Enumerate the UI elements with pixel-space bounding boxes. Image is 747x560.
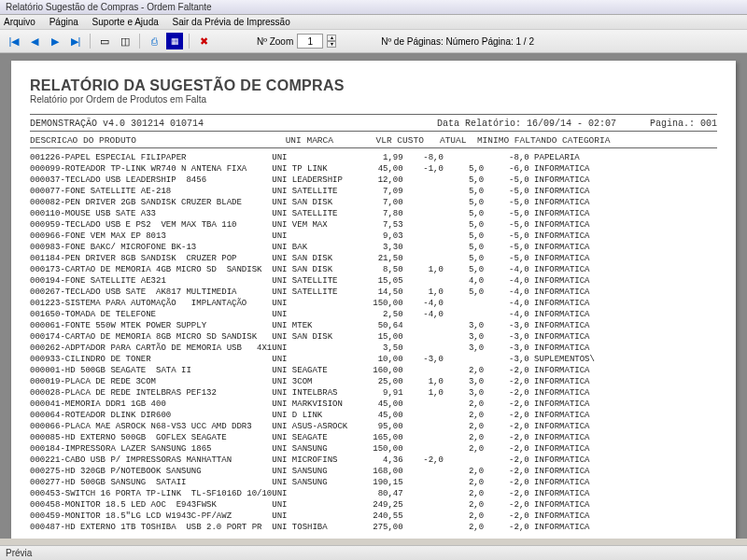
table-row: 000184-IMPRESSORA LAZER SANSUNG 1865 UNI… xyxy=(30,443,717,455)
table-row: 000487-HD EXTERNO 1TB TOSHIBA USB 2.0 PO… xyxy=(30,522,717,533)
table-row: 000275-HD 320GB P/NOTEBOOK SANSUNG UNI S… xyxy=(30,466,717,477)
report-page: RELATÓRIO DA SUGESTÃO DE COMPRAS Relatór… xyxy=(11,61,736,539)
next-page-button[interactable]: ▶ xyxy=(47,33,63,49)
table-row: 001650-TOMADA DE TELEFONE UNI 2,50 -4,0 … xyxy=(30,309,717,320)
print-icon[interactable]: ⎙ xyxy=(146,33,162,49)
toolbar: |◀ ◀ ▶ ▶| ▭ ◫ ⎙ ▦ ✖ Nº Zoom ▴▾ Nº de Pág… xyxy=(0,30,747,53)
table-row: 000019-PLACA DE REDE 3COM UNI 3COM 25,00… xyxy=(30,376,717,387)
menu-pagina[interactable]: Página xyxy=(49,17,78,27)
table-row: 000173-CARTAO DE MEMORIA 4GB MICRO SD SA… xyxy=(30,264,717,275)
table-row: 001184-PEN DRIVER 8GB SANDISK CRUZER POP… xyxy=(30,253,717,264)
table-row: 000041-MEMORIA DDR1 1GB 400 UNI MARKVISI… xyxy=(30,399,717,410)
preview-viewer: RELATÓRIO DA SUGESTÃO DE COMPRAS Relatór… xyxy=(0,53,747,539)
table-row: 001223-SISTEMA PARA AUTOMAÇÃO IMPLANTAÇÃ… xyxy=(30,298,717,309)
table-row: 000959-TECLADO USB E PS2 VEM MAX TBA 110… xyxy=(30,219,717,231)
divider xyxy=(30,147,717,148)
page-label: Pagina.: 001 xyxy=(650,119,717,129)
status-text: Prévia xyxy=(6,548,32,558)
report-body: 001226-PAPEL ESPECIAL FILIPAPER UNI 1,99… xyxy=(30,152,717,533)
table-row: 000194-FONE SATELLITE AE321 UNI SATELLIT… xyxy=(30,275,717,287)
demo-text: DEMONSTRAÇÃO v4.0 301214 010714 xyxy=(30,119,204,129)
report-subtitle: Relatório por Ordem de Produtos em Falta xyxy=(30,94,717,105)
grid-icon[interactable]: ▦ xyxy=(166,33,183,49)
table-row: 000064-ROTEADOR DLINK DIR600 UNI D LINK … xyxy=(30,410,717,421)
close-icon[interactable]: ✖ xyxy=(195,33,212,49)
table-row: 000066-PLACA MAE ASROCK N68-VS3 UCC AMD … xyxy=(30,421,717,432)
menu-sair[interactable]: Sair da Prévia de Impressão xyxy=(173,17,290,27)
table-row: 000037-TECLADO USB LEADERSHIP 8456 UNI L… xyxy=(30,175,717,186)
divider xyxy=(30,131,717,132)
table-row: 000983-FONE BAKC/ MICROFONE BK-13 UNI BA… xyxy=(30,242,717,253)
separator xyxy=(189,34,190,49)
table-row: 000966-FONE VEM MAX EP 8013 UNI 9,03 5,0… xyxy=(30,231,717,242)
menu-suporte[interactable]: Suporte e Ajuda xyxy=(92,17,159,27)
header-right: Data Relatório: 16/09/14 - 02:07 Pagina.… xyxy=(437,119,717,129)
table-row: 000061-FONTE 550W MTEK POWER SUPPLY UNI … xyxy=(30,320,717,331)
table-row: 000082-PEN DRIVER 2GB SANDISK CRUZER BLA… xyxy=(30,197,717,208)
table-row: 000221-CABO USB P/ IMPRESSORAS MANHATTAN… xyxy=(30,455,717,466)
table-row: 000933-CILINDRO DE TONER UNI 10,00 -3,0 … xyxy=(30,354,717,365)
zoom-label: Nº Zoom xyxy=(257,36,293,47)
statusbar: Prévia xyxy=(0,545,747,560)
table-row: 000028-PLACA DE REDE INTELBRAS PEF132 UN… xyxy=(30,387,717,399)
table-row: 000262-ADPTADOR PARA CARTÃO DE MEMORIA U… xyxy=(30,343,717,354)
table-row: 001226-PAPEL ESPECIAL FILIPAPER UNI 1,99… xyxy=(30,152,717,163)
table-row: 000267-TECLADO USB SATE AK817 MULTIMEDIA… xyxy=(30,287,717,298)
divider xyxy=(30,114,717,115)
first-page-button[interactable]: |◀ xyxy=(6,33,22,49)
column-headers: DESCRICAO DO PRODUTO UNI MARCA VLR CUSTO… xyxy=(30,135,717,146)
menu-arquivo[interactable]: Arquivo xyxy=(4,17,35,27)
menubar: Arquivo Página Suporte e Ajuda Sair da P… xyxy=(0,15,747,30)
table-row: 000110-MOUSE USB SATE A33 UNI SATELLITE … xyxy=(30,208,717,219)
table-row: 000459-MONITOR 18.5"LG LCD W1943C-PF/AWZ… xyxy=(30,511,717,522)
prev-page-button[interactable]: ◀ xyxy=(26,33,43,49)
table-row: 000458-MONITOR 18.5 LED AOC E943FWSK UNI… xyxy=(30,499,717,511)
table-row: 000001-HD 500GB SEAGATE SATA II UNI SEAG… xyxy=(30,365,717,376)
last-page-button[interactable]: ▶| xyxy=(67,33,84,49)
table-row: 000099-ROTEADOR TP-LINK WR740 N ANTENA F… xyxy=(30,163,717,175)
single-page-icon[interactable]: ▭ xyxy=(96,33,113,49)
report-title: RELATÓRIO DA SUGESTÃO DE COMPRAS xyxy=(30,77,717,94)
zoom-input[interactable] xyxy=(297,34,323,49)
pages-label: Nº de Páginas: Número Página: 1 / 2 xyxy=(381,36,534,47)
table-row: 000277-HD 500GB SANSUNG SATAII UNI SANSU… xyxy=(30,477,717,488)
table-row: 000085-HD EXTERNO 500GB GOFLEX SEAGATE U… xyxy=(30,432,717,443)
date-label: Data Relatório: 16/09/14 - 02:07 xyxy=(437,119,616,129)
multi-page-icon[interactable]: ◫ xyxy=(117,33,134,49)
separator xyxy=(90,34,91,49)
table-row: 000077-FONE SATELLITE AE-218 UNI SATELLI… xyxy=(30,186,717,197)
table-row: 000174-CARTAO DE MEMORIA 8GB MICRO SD SA… xyxy=(30,331,717,343)
table-row: 000453-SWITCH 16 PORTA TP-LINK TL-SF1016… xyxy=(30,488,717,499)
zoom-spinner[interactable]: ▴▾ xyxy=(327,35,336,48)
separator xyxy=(139,34,140,49)
report-header-row: DEMONSTRAÇÃO v4.0 301214 010714 Data Rel… xyxy=(30,119,717,129)
window-title: Relatório Sugestão de Compras - Ordem Fa… xyxy=(6,2,212,12)
window-titlebar: Relatório Sugestão de Compras - Ordem Fa… xyxy=(0,0,747,15)
